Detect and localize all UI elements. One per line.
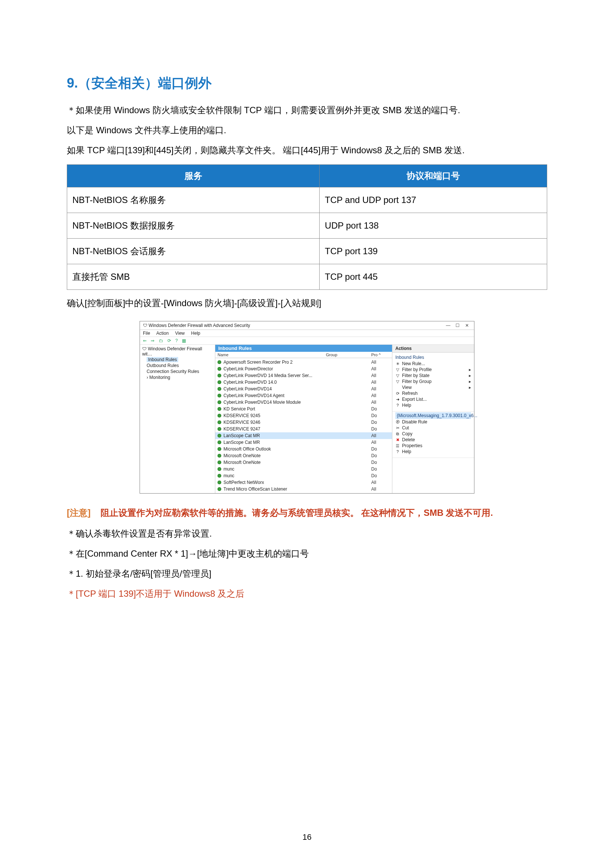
menu-help[interactable]: Help <box>191 331 200 336</box>
firewall-rule-row[interactable]: LanScope Cat MRAll <box>215 432 392 439</box>
action-icon: ✂ <box>395 426 400 431</box>
intro-paragraph-1: ＊如果使用 Windows 防火墙或安全软件限制 TCP 端口，则需要设置例外并… <box>67 104 547 117</box>
close-button[interactable]: ✕ <box>463 323 471 328</box>
firewall-rule-row[interactable]: muncDo <box>215 473 392 479</box>
firewall-rule-row[interactable]: CyberLink PowerDVD14All <box>215 386 392 392</box>
table-row: NBT-NetBIOS 会话服务 TCP port 139 <box>67 239 547 264</box>
col-profile[interactable]: Pro ^ <box>369 352 392 358</box>
navigation-tree: 🛡 Windows Defender Firewall wit… Inbound… <box>140 345 215 493</box>
action-item[interactable]: ?Help <box>395 449 471 454</box>
firewall-rule-row[interactable]: CyberLink PowerDirectorAll <box>215 366 392 372</box>
rule-name: munc <box>223 473 371 479</box>
minimize-button[interactable]: — <box>444 323 452 328</box>
action-item[interactable]: ⦿Disable Rule <box>395 419 471 425</box>
action-label: Help <box>402 449 411 454</box>
firewall-rule-row[interactable]: CyberLink PowerDVD14 AgentAll <box>215 392 392 399</box>
action-icon: ? <box>395 403 400 408</box>
tree-item-outbound[interactable]: Outbound Rules <box>142 363 213 369</box>
rule-profile: Do <box>371 419 390 426</box>
firewall-rule-row[interactable]: Microsoft OneNoteDo <box>215 453 392 459</box>
firewall-rule-row[interactable]: Apowersoft Screen Recorder Pro 2All <box>215 359 392 366</box>
firewall-rule-row[interactable]: Trend Micro OfficeScan ListenerAll <box>215 486 392 493</box>
action-label: Filter by Group <box>402 379 431 384</box>
action-label: Delete <box>402 437 415 442</box>
action-label: View <box>402 385 412 390</box>
firewall-rule-row[interactable]: muncDo <box>215 466 392 473</box>
maximize-button[interactable]: ☐ <box>454 323 462 328</box>
table-row: NBT-NetBIOS 数据报服务 UDP port 138 <box>67 213 547 239</box>
rule-enabled-icon <box>217 467 221 471</box>
col-group[interactable]: Group <box>324 352 369 358</box>
submenu-arrow-icon: ▸ <box>469 367 471 372</box>
firewall-rule-row[interactable]: Windows Live Communications PlatformAll <box>215 493 392 493</box>
rule-enabled-icon <box>217 440 221 444</box>
rule-enabled-icon <box>217 474 221 477</box>
action-icon: ✖ <box>395 437 400 442</box>
cell-service: NBT-NetBIOS 名称服务 <box>67 188 319 213</box>
action-item[interactable]: ▽Filter by Group▸ <box>395 378 471 384</box>
firewall-rule-row[interactable]: KD Service PortDo <box>215 406 392 412</box>
rule-enabled-icon <box>217 460 221 464</box>
action-item[interactable]: View▸ <box>395 384 471 391</box>
rule-profile: Do <box>371 466 390 473</box>
col-name[interactable]: Name <box>215 352 324 358</box>
rules-panel: Inbound Rules Name Group Pro ^ Apowersof… <box>215 345 392 493</box>
action-label: Refresh <box>402 391 418 396</box>
rule-profile: Do <box>371 446 390 453</box>
action-item[interactable]: ⟳Refresh <box>395 391 471 396</box>
note-1: ＊确认杀毒软件设置是否有异常设置. <box>67 527 547 540</box>
firewall-rule-row[interactable]: LanScope Cat MRAll <box>215 439 392 446</box>
action-item[interactable]: ?Help <box>395 402 471 408</box>
action-icon: ⧉ <box>395 432 400 436</box>
rule-profile: Do <box>371 412 390 419</box>
action-item[interactable]: ✖Delete <box>395 437 471 443</box>
action-item[interactable]: ☰Properties <box>395 443 471 449</box>
action-item[interactable]: ▽Filter by Profile▸ <box>395 367 471 373</box>
menu-view[interactable]: View <box>175 331 185 336</box>
action-item[interactable]: ✂Cut <box>395 425 471 431</box>
firewall-rule-row[interactable]: Microsoft OneNoteDo <box>215 459 392 466</box>
tree-item-connection-security[interactable]: Connection Security Rules <box>142 369 213 374</box>
rule-name: Apowersoft Screen Recorder Pro 2 <box>223 359 371 366</box>
firewall-rule-row[interactable]: KDSERVICE 9245Do <box>215 412 392 419</box>
firewall-rule-row[interactable]: CyberLink PowerDVD 14 Media Server Ser..… <box>215 372 392 379</box>
rule-name: CyberLink PowerDVD 14 Media Server Ser..… <box>223 372 371 379</box>
rule-profile: Do <box>371 406 390 412</box>
rule-enabled-icon <box>217 407 221 411</box>
rule-profile: All <box>371 432 390 439</box>
firewall-rule-row[interactable]: CyberLink PowerDVD 14.0All <box>215 379 392 386</box>
rule-name: KDSERVICE 9247 <box>223 426 371 432</box>
action-icon: ✳ <box>395 361 400 366</box>
tree-root[interactable]: 🛡 Windows Defender Firewall wit… <box>142 346 213 356</box>
rule-name: LanScope Cat MR <box>223 439 371 446</box>
submenu-arrow-icon: ▸ <box>469 379 471 384</box>
attention-message: 阻止设置作为对应勒索软件等的措施。请务必与系统管理员核实。 在这种情况下，SMB… <box>101 508 493 518</box>
rule-profile: All <box>371 486 390 493</box>
action-label: Filter by State <box>402 373 429 378</box>
firewall-rule-row[interactable]: KDSERVICE 9246Do <box>215 419 392 426</box>
action-label: Disable Rule <box>402 419 427 425</box>
action-icon: ▽ <box>395 367 400 372</box>
firewall-rule-row[interactable]: KDSERVICE 9247Do <box>215 426 392 432</box>
tree-item-inbound[interactable]: Inbound Rules <box>142 356 213 363</box>
action-item[interactable]: ⧉Copy <box>395 431 471 437</box>
action-label: Copy <box>402 431 412 436</box>
firewall-rule-row[interactable]: CyberLink PowerDVD14 Movie ModuleAll <box>215 399 392 406</box>
action-icon: ▽ <box>395 374 400 378</box>
action-item[interactable]: ▽Filter by State▸ <box>395 373 471 378</box>
tree-item-monitoring[interactable]: › Monitoring <box>142 374 213 380</box>
firewall-rule-row[interactable]: SoftPerfect NetWorxAll <box>215 479 392 486</box>
rule-enabled-icon <box>217 380 221 384</box>
rules-column-headers: Name Group Pro ^ <box>215 352 392 358</box>
rules-panel-title: Inbound Rules <box>215 345 392 352</box>
rule-profile: All <box>371 359 390 366</box>
firewall-rule-row[interactable]: Microsoft Office OutlookDo <box>215 446 392 453</box>
action-icon: ➜ <box>395 397 400 402</box>
action-icon: ▽ <box>395 379 400 384</box>
action-item[interactable]: ➜Export List... <box>395 396 471 402</box>
menu-file[interactable]: File <box>143 331 150 336</box>
rule-profile: All <box>371 372 390 379</box>
menu-action[interactable]: Action <box>156 331 169 336</box>
rule-name: Microsoft OneNote <box>223 453 371 459</box>
action-item[interactable]: ✳New Rule... <box>395 361 471 367</box>
